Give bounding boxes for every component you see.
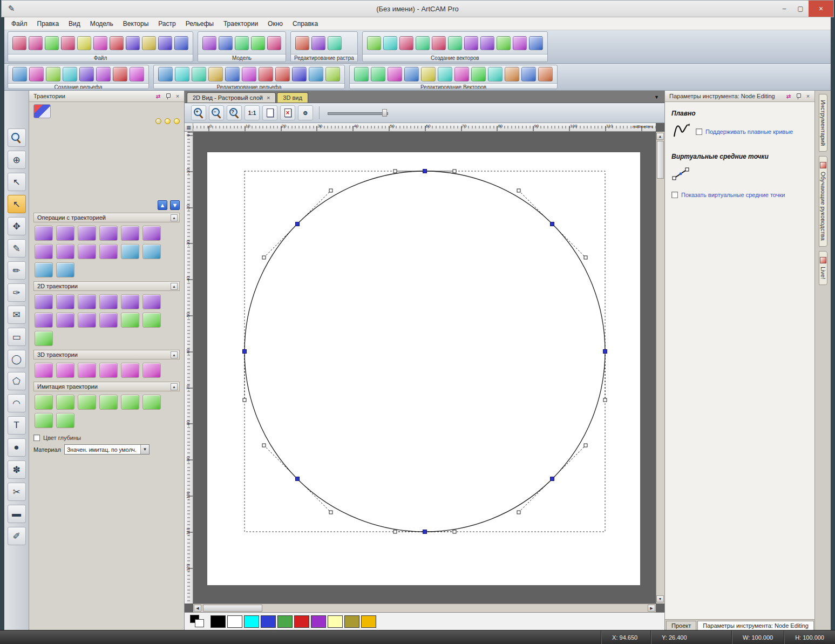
close-tab-icon[interactable]: × [267,95,270,101]
color-swatch[interactable] [244,615,259,628]
detach-panel-icon[interactable]: ⇄ [785,92,792,100]
maximize-button[interactable]: ▢ [792,1,809,17]
toolpath-icon[interactable] [56,413,74,428]
knife-tool[interactable]: ✂ [8,483,26,501]
toolpath-icon[interactable] [56,262,74,277]
node-editing-tool[interactable]: ↖ [8,195,26,213]
toolpath-icon[interactable] [121,395,139,410]
menu-edit[interactable]: Правка [32,18,64,29]
vector-doctor-icon[interactable] [328,36,342,50]
turn-relief-icon[interactable] [46,67,60,82]
two-rail-sweep-icon[interactable] [63,67,77,82]
toolpath-icon[interactable] [142,363,161,378]
offset-relief-icon[interactable] [225,67,240,82]
weave-wizard-icon[interactable] [96,67,111,82]
invert-model-icon[interactable] [219,36,233,50]
toolpath-icon[interactable] [56,294,74,309]
scale-relief-icon[interactable] [275,67,290,82]
section-header[interactable]: Операции с траекторией▲ [33,213,180,222]
relief-layer-icon[interactable] [309,67,323,82]
move-up-button[interactable]: ▲ [158,200,167,210]
shape-editor-icon[interactable] [12,67,27,82]
spin-relief-icon[interactable] [208,67,223,82]
section-header[interactable]: Имитация траектории▲ [33,382,180,391]
ruler-corner[interactable]: ▦ [185,123,193,132]
redo-icon[interactable] [126,36,140,50]
toolpath-icon[interactable] [78,395,96,410]
toolpath-icon[interactable] [99,395,118,410]
copy-icon[interactable] [77,36,91,50]
transform-box-icon[interactable] [538,67,553,82]
toolpath-icon[interactable] [35,226,53,241]
toolpath-icon[interactable] [78,226,96,241]
toolpath-icon[interactable] [56,226,74,241]
light-on-icon[interactable] [174,118,180,124]
tab-list-icon[interactable]: ▼ [654,94,659,100]
cut-icon[interactable] [61,36,75,50]
greyscale-edit-icon[interactable] [325,67,340,82]
title-bar[interactable]: ✎ (Без имени) - ArtCAM Pro – ▢ × [1,0,834,17]
toolpath-icon[interactable] [35,294,53,309]
ellipse-create-tool[interactable]: ◯ [8,350,26,368]
material-select[interactable]: Значен. имитац. по умолч. ▼ [64,444,150,455]
snip-vector-icon[interactable] [432,36,446,50]
color-swatch[interactable] [211,615,226,628]
pan-view-tool[interactable]: ⊕ [8,151,26,169]
sculpt-relief-icon[interactable] [175,67,189,82]
toolpath-icon[interactable] [35,244,53,259]
context-help-icon[interactable] [174,36,188,50]
point-chain-icon[interactable] [399,36,413,50]
relief-clipart-icon[interactable] [242,67,256,82]
toolpath-icon[interactable] [121,244,139,259]
trim-vectors-icon[interactable] [521,67,536,82]
toolpath-icon[interactable] [56,363,74,378]
color-swatch[interactable] [277,615,293,628]
close-panel-icon[interactable]: × [174,92,181,100]
smooth-relief-icon[interactable] [158,67,173,82]
arc-create-icon[interactable] [416,36,430,50]
open-model-icon[interactable] [29,36,43,50]
undo-icon[interactable] [110,36,124,50]
close-panel-icon[interactable]: × [804,92,812,100]
zoom-tool[interactable] [8,128,26,147]
join-vectors-icon[interactable] [505,67,519,82]
ring-text-icon[interactable] [388,67,402,82]
toolpath-summary-icon[interactable] [33,104,51,118]
text-create-tool[interactable]: T [8,416,26,435]
draw-vector-tool[interactable]: ✏ [8,261,26,280]
depth-color-checkbox[interactable] [33,435,40,441]
vertical-scroll-thumb[interactable] [657,141,664,179]
paint-tool[interactable]: ✐ [8,527,26,545]
measure-tool[interactable]: ✎ [8,239,26,257]
menu-bitmap[interactable]: Растр [153,18,180,29]
transform-vectors-tool[interactable]: ✥ [8,217,26,235]
collapse-icon[interactable]: ▲ [171,214,178,221]
measure-vector-icon[interactable] [448,36,462,50]
color-swatch[interactable] [261,615,276,628]
toolpath-icon[interactable] [121,363,139,378]
smooth-curves-checkbox[interactable] [696,128,702,135]
nesting-icon[interactable] [497,36,511,50]
scroll-down-icon[interactable]: ▼ [656,595,664,602]
pin-icon[interactable] [164,92,172,100]
wizard-star-icon[interactable] [367,36,381,50]
section-header[interactable]: 2D траектории▲ [33,281,180,291]
toolpath-icon[interactable] [99,294,118,309]
collapse-icon[interactable]: ▲ [171,283,178,290]
angled-plane-icon[interactable] [113,67,127,82]
polygon-create-tool[interactable]: ⬠ [8,372,26,390]
toolpath-icon[interactable] [35,363,53,378]
toolpath-icon[interactable] [142,294,161,309]
text-abc-icon[interactable] [513,36,527,50]
section-header[interactable]: 3D траектории▲ [33,350,180,360]
wrap-model-icon[interactable] [267,36,281,50]
toolpath-icon[interactable] [99,313,118,328]
select-vectors-tool[interactable]: ↖ [8,173,26,191]
zoom-help-icon[interactable]: ? [227,105,242,120]
toolpath-icon[interactable] [56,313,74,328]
primary-secondary-color-icon[interactable] [190,615,205,628]
mesh-creator-icon[interactable] [471,67,486,82]
color-swatch[interactable] [344,615,359,628]
toolpath-icon[interactable] [142,395,161,410]
toolpath-icon[interactable] [56,244,74,259]
